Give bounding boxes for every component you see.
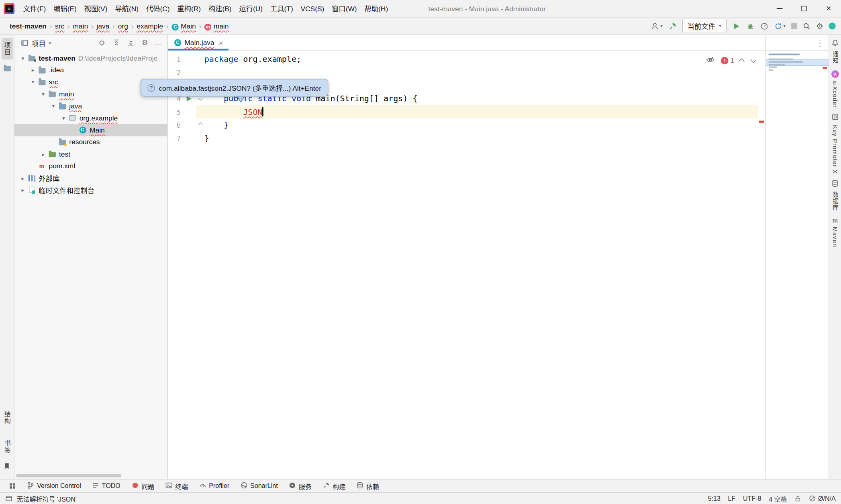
stripe-button-aixcoder[interactable]: a aiXcoder xyxy=(831,69,839,108)
breadcrumb-item[interactable]: src xyxy=(53,21,67,31)
menu-item[interactable]: 运行(U) xyxy=(235,0,267,17)
stripe-button-database[interactable]: 数据库 xyxy=(831,180,839,210)
tab-options-icon[interactable]: ⋮ xyxy=(766,35,829,51)
tab-main-java[interactable]: C Main.java × xyxy=(168,35,229,51)
unlock-icon[interactable] xyxy=(794,495,801,502)
chevron-down-icon[interactable]: ▾ xyxy=(59,115,67,121)
expand-all-icon[interactable] xyxy=(113,39,120,47)
breadcrumb-item[interactable]: java xyxy=(94,21,112,31)
chevron-right-icon[interactable]: ▸ xyxy=(19,187,27,193)
run-button[interactable] xyxy=(732,22,740,30)
minimap-viewport[interactable] xyxy=(766,59,829,66)
stripe-button-bell[interactable]: 通知 xyxy=(831,39,839,63)
memory-indicator[interactable]: Ø/N/A xyxy=(809,495,835,502)
tree-item[interactable]: ▾ org.example xyxy=(14,112,167,124)
menu-item[interactable]: VCS(S) xyxy=(297,0,328,17)
project-panel-title[interactable]: 项目 xyxy=(32,38,46,48)
menu-item[interactable]: 编辑(E) xyxy=(50,0,81,17)
tool-window-switcher-icon[interactable] xyxy=(4,481,20,491)
breadcrumb-item[interactable]: org xyxy=(116,21,131,31)
locate-file-icon[interactable] xyxy=(98,39,106,47)
debug-button[interactable] xyxy=(746,22,754,30)
close-button[interactable]: × xyxy=(817,0,841,17)
code-line[interactable]: 2 xyxy=(168,66,765,79)
fold-marker-icon[interactable] xyxy=(198,96,202,100)
fold-marker-icon[interactable] xyxy=(198,122,202,127)
minimap-preview[interactable] xyxy=(766,51,829,479)
error-stripe-mark[interactable] xyxy=(759,120,764,122)
chevron-right-icon[interactable]: ▸ xyxy=(19,175,27,181)
chevron-right-icon[interactable]: ▸ xyxy=(29,67,37,73)
close-tab-icon[interactable]: × xyxy=(218,38,223,47)
menu-item[interactable]: 工具(T) xyxy=(266,0,297,17)
breadcrumb-item[interactable]: mmain xyxy=(202,21,231,31)
indent-setting[interactable]: 4 空格 xyxy=(769,494,787,503)
folder-icon[interactable] xyxy=(3,64,11,72)
menu-item[interactable]: 帮助(H) xyxy=(361,0,392,17)
caret-position[interactable]: 5:13 xyxy=(708,495,721,502)
tool-window-button-services[interactable]: 服务 xyxy=(284,480,316,492)
code-line[interactable]: 7 } xyxy=(168,132,765,145)
menu-item[interactable]: 窗口(W) xyxy=(328,0,361,17)
menu-item[interactable]: 构建(B) xyxy=(204,0,235,17)
error-count-badge[interactable]: ! 1 xyxy=(721,57,734,64)
user-icon[interactable]: ▾ xyxy=(651,22,663,30)
code-line[interactable]: 5 JSON xyxy=(168,105,765,118)
highlighting-level-icon[interactable] xyxy=(706,56,715,65)
profiler-button[interactable] xyxy=(760,22,768,30)
stripe-button-bookmarks[interactable]: 书签 xyxy=(1,436,12,457)
tool-window-button-problems[interactable]: 问题 xyxy=(127,480,159,492)
menu-item[interactable]: 视图(V) xyxy=(80,0,111,17)
breadcrumb-item[interactable]: CMain xyxy=(169,21,198,31)
tool-window-button-terminal[interactable]: 终端 xyxy=(161,480,192,492)
chevron-down-icon[interactable]: ▾ xyxy=(19,55,27,61)
menu-item[interactable]: 导航(N) xyxy=(111,0,143,17)
tree-item[interactable]: C Main xyxy=(14,124,167,136)
import-suggestion-popup[interactable]: ? com.alibaba.fastjson2.JSON? (多重选择...) … xyxy=(141,79,329,96)
hide-panel-icon[interactable]: — xyxy=(155,39,162,47)
breadcrumb-item[interactable]: example xyxy=(135,21,165,31)
minimize-button[interactable] xyxy=(767,0,792,17)
build-hammer-icon[interactable] xyxy=(668,22,676,30)
stop-button[interactable] xyxy=(791,23,797,29)
search-everywhere-icon[interactable] xyxy=(802,22,810,30)
tool-window-button-build[interactable]: 构建 xyxy=(318,480,350,492)
menu-item[interactable]: 文件(F) xyxy=(19,0,50,17)
collapse-all-icon[interactable] xyxy=(127,39,135,47)
code-line[interactable]: 6 } xyxy=(168,118,765,132)
breadcrumb-item[interactable]: main xyxy=(71,21,90,31)
tree-item[interactable]: ▸ test xyxy=(14,148,167,160)
chevron-down-icon[interactable]: ▾ xyxy=(49,103,57,109)
tree-item[interactable]: ▸ .idea xyxy=(14,64,167,76)
panel-options-gear-icon[interactable]: ⚙ xyxy=(142,39,148,47)
previous-error-icon[interactable] xyxy=(739,58,745,64)
tree-item[interactable]: ▸ 外部库 xyxy=(14,172,167,184)
run-configuration-select[interactable]: 当前文件▾ xyxy=(682,19,727,33)
tree-item[interactable]: ▾ test-maven D:\IdeaProjects\IdeaProje xyxy=(14,52,167,64)
project-horizontal-scrollbar[interactable] xyxy=(16,474,121,477)
stripe-button-structure[interactable]: 结构 xyxy=(1,407,12,429)
tool-window-button-profiler[interactable]: Profiler xyxy=(194,480,234,492)
tool-window-button-sonarlint[interactable]: SonarLint xyxy=(236,480,282,492)
tool-window-button-branch[interactable]: Version Control xyxy=(22,480,85,492)
run-gutter-icon[interactable] xyxy=(186,96,191,101)
breadcrumb-item[interactable]: test-maven xyxy=(8,21,49,31)
stripe-button-maven[interactable]: m Maven xyxy=(832,216,838,247)
code-line[interactable]: 1 package org.example; xyxy=(168,53,765,66)
bookmark-icon[interactable] xyxy=(3,462,11,470)
tool-window-button-todo[interactable]: TODO xyxy=(88,480,125,492)
file-encoding[interactable]: UTF-8 xyxy=(743,495,761,502)
tree-item[interactable]: m pom.xml xyxy=(14,160,167,172)
chevron-down-icon[interactable]: ▾ xyxy=(49,41,51,45)
chevron-right-icon[interactable]: ▸ xyxy=(39,151,47,157)
code-editor[interactable]: 1 package org.example; 2 3 4 public stat… xyxy=(168,51,765,479)
run-with-coverage-button[interactable]: ▾ xyxy=(774,22,785,30)
tool-window-button-dependencies[interactable]: 依赖 xyxy=(352,480,384,492)
tree-item[interactable]: resources xyxy=(14,136,167,148)
stripe-button-project[interactable]: 项目 xyxy=(1,38,12,59)
line-separator[interactable]: LF xyxy=(728,495,736,502)
stripe-button-keyboard[interactable]: Key Promoter X xyxy=(831,113,839,174)
menu-item[interactable]: 代码(C) xyxy=(142,0,174,17)
chevron-down-icon[interactable]: ▾ xyxy=(29,79,37,85)
menu-item[interactable]: 重构(R) xyxy=(174,0,205,17)
